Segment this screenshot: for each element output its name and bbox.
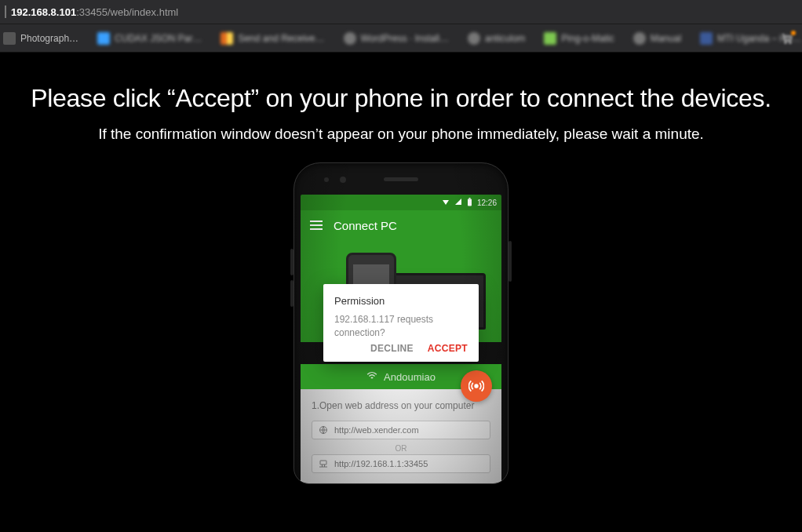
bookmark-label: WordPress · Install… [361, 33, 449, 44]
permission-dialog: Permission 192.168.1.117 requests connec… [323, 284, 479, 362]
accept-button[interactable]: ACCEPT [428, 343, 468, 354]
broadcast-fab[interactable] [461, 370, 492, 402]
lan-icon [319, 459, 328, 468]
bookmark-item[interactable]: Manual [633, 32, 681, 45]
menu-icon[interactable] [310, 220, 323, 230]
svg-rect-3 [468, 198, 470, 199]
phone-status-time: 12:26 [477, 199, 497, 207]
phone-or-label: OR [312, 444, 490, 453]
phone-appbar-title: Connect PC [334, 219, 397, 232]
bookmark-item[interactable]: WordPress · Install… [344, 32, 449, 45]
svg-rect-2 [468, 199, 472, 206]
phone-screen: 12:26 Connect PC [301, 195, 501, 483]
bookmark-label: Send and Receive… [238, 33, 324, 44]
signal-icon [454, 198, 462, 207]
bookmark-label: Manual [651, 33, 681, 44]
bookmark-label: Photograph… [20, 33, 78, 44]
phone-address-lan: http://192.168.1.1:33455 [312, 454, 490, 473]
cart-icon[interactable] [780, 32, 794, 45]
bookmark-item[interactable]: Ping-o-Matic [544, 32, 614, 45]
url-text[interactable]: 192.168.8.101:33455/web/index.html [11, 6, 178, 18]
page-title: Please click “Accept” on your phone in o… [0, 84, 802, 113]
dialog-title: Permission [334, 295, 468, 307]
page-subtitle: If the confirmation window doesn’t appea… [0, 126, 802, 143]
phone-step-text: 1.Open web address on your computer [312, 400, 490, 411]
bookmark-label: anticulom [485, 33, 525, 44]
phone-instructions-card: 1.Open web address on your computer http… [301, 389, 501, 483]
bookmark-label: Ping-o-Matic [561, 33, 614, 44]
bookmark-item[interactable]: CUDAX JSON Par… [97, 32, 202, 45]
bookmarks-bar: Photograph… CUDAX JSON Par… Send and Rec… [0, 24, 802, 53]
dialog-message: 192.168.1.117 requests connection? [334, 313, 468, 340]
address-lan-text: http://192.168.1.1:33455 [334, 459, 428, 468]
url-caret [5, 5, 6, 18]
address-web-text: http://web.xender.com [334, 425, 419, 435]
wifi-down-icon [442, 198, 450, 207]
url-rest: :33455/web/index.html [76, 6, 178, 18]
phone-app-bar: Connect PC [301, 210, 501, 240]
svg-rect-6 [320, 461, 326, 465]
url-host: 192.168.8.101 [11, 6, 76, 18]
bookmark-item[interactable]: Send and Receive… [221, 32, 324, 45]
svg-point-1 [789, 42, 791, 43]
bookmark-item[interactable]: Photograph… [3, 32, 78, 45]
svg-point-0 [785, 42, 786, 43]
phone-wifi-name: Andoumiao [384, 371, 436, 383]
phone-illustration: 12:26 Connect PC [293, 162, 509, 484]
wifi-icon [366, 371, 377, 383]
phone-address-web: http://web.xender.com [312, 421, 490, 439]
globe-icon [319, 425, 328, 435]
browser-url-bar: 192.168.8.101:33455/web/index.html [0, 0, 802, 24]
decline-button[interactable]: DECLINE [370, 343, 414, 354]
bookmark-label: CUDAX JSON Par… [115, 33, 202, 44]
bookmark-item[interactable]: anticulom [468, 32, 525, 45]
svg-point-4 [475, 384, 478, 388]
page-content: Please click “Accept” on your phone in o… [0, 53, 802, 532]
battery-icon [467, 198, 472, 208]
phone-status-bar: 12:26 [301, 195, 501, 210]
